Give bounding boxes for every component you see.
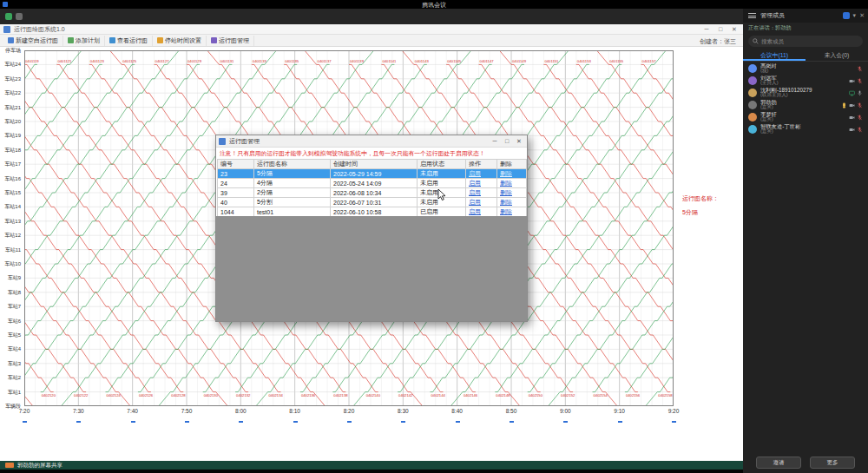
station-label: 车站3 (0, 360, 23, 367)
footer-button-2[interactable]: 更多 (810, 457, 855, 469)
time-tick-label: 8:10 (286, 408, 305, 414)
camera-off-icon[interactable] (849, 115, 855, 121)
toolbar-button-icon (109, 37, 115, 43)
station-label: 车站16 (0, 175, 23, 182)
cell-status: 未启用 (418, 169, 466, 179)
toolbar-button-1[interactable]: 新建空白运行图 (3, 36, 63, 46)
enable-link[interactable]: 启用 (469, 180, 481, 186)
mic-off-icon[interactable] (857, 115, 863, 121)
toolbar-button-5[interactable]: 运行图管理 (207, 36, 254, 46)
delete-link[interactable]: 删除 (500, 170, 512, 176)
toolbar-button-label: 添加计划 (76, 36, 100, 45)
table-row[interactable]: 244分隔2022-05-24 14:09未启用启用删除 (218, 179, 527, 188)
ruler-mark (239, 421, 243, 423)
toolbar-button-4[interactable]: 停站时间设置 (153, 36, 207, 46)
station-label: 停车场 (0, 47, 23, 54)
enable-link[interactable]: 启用 (469, 170, 481, 176)
dialog-title: 运行图管理 (229, 137, 260, 146)
svg-text:0402132: 0402132 (236, 393, 251, 397)
toolbar-button-label: 查看运行图 (117, 36, 148, 45)
station-label: 车站20 (0, 118, 23, 125)
enable-link[interactable]: 启用 (469, 208, 481, 214)
enable-link[interactable]: 启用 (469, 199, 481, 205)
mic-on-icon[interactable] (857, 90, 863, 96)
svg-text:0402128: 0402128 (171, 393, 186, 397)
ruler-mark (456, 421, 460, 423)
dialog-titlebar[interactable]: 运行图管理 ─ □ ✕ (216, 135, 527, 148)
mic-off-icon[interactable] (857, 78, 863, 84)
svg-text:0401145: 0401145 (447, 59, 462, 63)
member-row[interactable]: 李梦轩(嘉宾) (743, 111, 868, 123)
camera-off-icon[interactable] (849, 127, 855, 133)
meeting-titlebar: 腾讯会议 (0, 0, 868, 9)
station-label: 车站19 (0, 132, 23, 139)
svg-text:0401129: 0401129 (187, 59, 202, 63)
time-tick-label: 7:20 (15, 408, 34, 414)
screen-share-icon[interactable] (849, 90, 855, 96)
mic-off-icon[interactable] (857, 127, 863, 133)
dialog-close-button[interactable]: ✕ (513, 135, 525, 148)
member-panel-header: 管理成员 ▾ ✕ (743, 9, 868, 23)
panel-app-icon[interactable] (843, 12, 850, 19)
time-tick-label: 7:50 (177, 408, 196, 414)
member-panel-tab-1[interactable]: 会议中(11) (743, 49, 806, 61)
svg-text:0401149: 0401149 (512, 59, 527, 63)
table-row[interactable]: 405分割2022-06-07 10:31未启用启用删除 (218, 198, 527, 207)
menu-icon[interactable] (748, 13, 756, 20)
maximize-button[interactable]: □ (713, 24, 727, 35)
svg-text:0401135: 0401135 (285, 59, 299, 63)
toolbar-button-label: 停站时间设置 (165, 36, 201, 45)
avatar (748, 89, 757, 97)
ruler-mark (76, 421, 81, 423)
search-icon (753, 38, 759, 44)
avatar (748, 125, 757, 134)
member-row[interactable]: 刘远军(主持人) (743, 75, 868, 87)
cell-id: 23 (218, 169, 254, 179)
cell-name: 5分割 (254, 198, 331, 207)
footer-button-1[interactable]: 邀请 (756, 457, 801, 469)
avatar (748, 101, 757, 109)
toolbar-button-3[interactable]: 查看运行图 (105, 36, 153, 46)
dialog-maximize-button[interactable]: □ (501, 135, 513, 148)
time-tick-label: 9:10 (610, 408, 629, 414)
member-role: (联席主持人) (760, 93, 845, 98)
svg-text:0402136: 0402136 (301, 393, 316, 397)
cell-name: test01 (254, 207, 331, 217)
avatar (748, 76, 757, 85)
member-search-input[interactable] (761, 38, 858, 44)
member-row[interactable]: 高岗对(我) (743, 62, 868, 75)
toolbar-button-2[interactable]: 添加计划 (63, 36, 105, 46)
delete-link[interactable]: 删除 (500, 189, 512, 195)
close-button[interactable]: ✕ (727, 24, 741, 35)
panel-close-icon[interactable]: ✕ (859, 11, 865, 19)
minimize-button[interactable]: ─ (700, 24, 713, 35)
station-label: 车站15 (0, 189, 23, 196)
member-row[interactable]: 沈利刚-18910120279(联席主持人) (743, 87, 868, 99)
dialog-empty-area (216, 216, 527, 321)
mic-off-icon[interactable] (857, 102, 863, 108)
delete-link[interactable]: 删除 (500, 208, 512, 214)
enable-link[interactable]: 启用 (469, 189, 481, 195)
table-row[interactable]: 235分隔2022-05-29 14:59未启用启用删除 (218, 169, 527, 179)
station-label: 车站1 (0, 389, 23, 396)
table-row[interactable]: 1044test012022-06-10 10:58已启用启用删除 (218, 207, 527, 217)
mic-off-icon[interactable] (857, 66, 863, 72)
delete-link[interactable]: 删除 (500, 199, 512, 205)
camera-off-icon[interactable] (849, 102, 855, 108)
diagram-name-label: 运行图名称： (682, 194, 719, 203)
delete-link[interactable]: 删除 (500, 180, 512, 186)
dialog-minimize-button[interactable]: ─ (489, 135, 501, 148)
member-row[interactable]: 郭劲勃(嘉宾) (743, 99, 868, 111)
raised-hand-icon[interactable] (841, 102, 847, 108)
member-row[interactable]: 智联友道-丁世彬(嘉宾) (743, 123, 868, 135)
svg-text:0402126: 0402126 (139, 393, 154, 397)
cell-status: 已启用 (418, 207, 466, 217)
table-header-row: 编号运行图名称创建时间启用状态操作删除 (218, 160, 527, 169)
chevron-down-icon[interactable]: ▾ (853, 11, 857, 19)
camera-off-icon[interactable] (849, 78, 855, 84)
member-search-box[interactable] (748, 36, 863, 47)
table-row[interactable]: 392分隔2022-06-08 10:34未启用启用删除 (218, 188, 527, 198)
member-panel-tab-2[interactable]: 未入会(0) (806, 49, 868, 61)
member-panel-footer: 邀请更多 (743, 455, 868, 470)
screen-share-banner: 郭劲勃的屏幕共享 (0, 461, 743, 470)
